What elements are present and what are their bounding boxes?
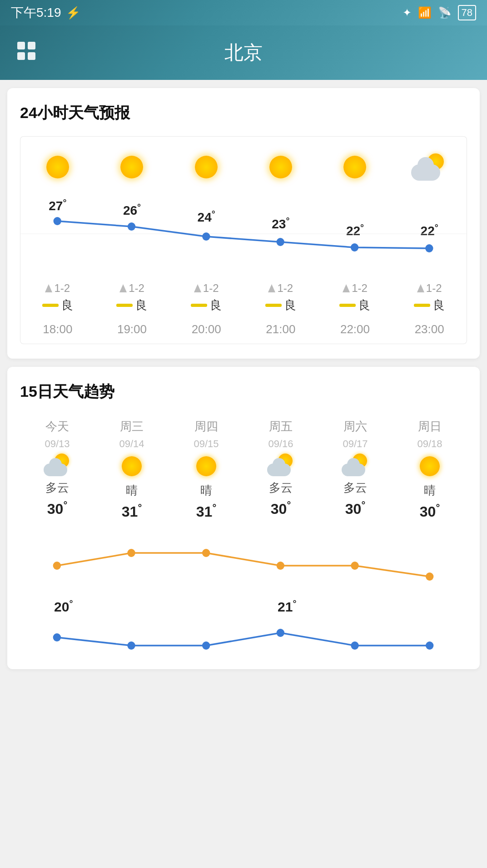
forecast-day-2: 周四 <box>194 419 218 434</box>
svg-point-22 <box>426 641 433 650</box>
time-5: 23:00 <box>392 322 467 336</box>
weather-icon-4 <box>318 146 393 188</box>
wind-2: 1-2 <box>194 282 219 295</box>
forecast-day-4: 周六 <box>343 419 367 434</box>
time-1: 19:00 <box>95 322 169 336</box>
forecast-card: 15日天气趋势 今天 09/13 多云 30° 周三 09/14 <box>7 367 480 669</box>
forecast-icon-1 <box>119 454 144 479</box>
forecast-date-1: 09/14 <box>119 438 144 450</box>
forecast-col-3: 周五 09/16 多云 30° <box>244 415 318 524</box>
time-4: 22:00 <box>318 322 393 336</box>
forecast-icon-0 <box>44 454 71 476</box>
aqi-1: 良 <box>116 297 147 313</box>
svg-point-14 <box>277 562 284 570</box>
forecast-icon-3 <box>267 454 294 476</box>
svg-point-5 <box>53 217 61 225</box>
weather-icon-0 <box>20 146 95 188</box>
bluetooth-icon: ✦ <box>403 6 412 19</box>
aqi-5: 良 <box>414 297 445 313</box>
status-time: 下午5:19 <box>11 4 61 21</box>
status-left: 下午5:19 ⚡ <box>11 4 80 21</box>
city-title: 北京 <box>224 40 263 65</box>
svg-rect-0 <box>17 42 25 49</box>
forecast-desc-0: 多云 <box>45 480 69 496</box>
temp-line-chart <box>20 193 467 275</box>
svg-point-6 <box>128 222 135 231</box>
forecast-icon-5 <box>417 454 442 479</box>
menu-button[interactable] <box>16 41 36 65</box>
info-5: 1-2 良 <box>392 282 467 313</box>
svg-point-19 <box>202 641 210 650</box>
svg-point-9 <box>351 243 358 252</box>
forecast-icon-2 <box>194 454 219 479</box>
time-0: 18:00 <box>20 322 95 336</box>
time-3: 21:00 <box>244 322 318 336</box>
forecast-high-4: 30° <box>345 499 365 518</box>
info-1: 1-2 良 <box>95 282 169 313</box>
hourly-title: 24小时天气预报 <box>20 103 467 123</box>
forecast-high-1: 31° <box>122 502 142 520</box>
forecast-col-1: 周三 09/14 晴 31° <box>94 415 169 524</box>
aqi-0: 良 <box>42 297 73 313</box>
forecast-high-5: 30° <box>420 502 440 520</box>
forecast-day-1: 周三 <box>120 419 144 434</box>
forecast-col-2: 周四 09/15 晴 31° <box>169 415 244 524</box>
forecast-desc-1: 晴 <box>126 483 138 498</box>
info-2: 1-2 良 <box>169 282 244 313</box>
forecast-high-3: 30° <box>271 499 291 518</box>
weather-icon-5 <box>392 146 467 188</box>
main-content: 24小时天气预报 <box>0 88 487 669</box>
battery-icon: 78 <box>458 5 476 20</box>
info-4: 1-2 良 <box>318 282 393 313</box>
svg-rect-3 <box>28 52 35 60</box>
wind-0: 1-2 <box>45 282 70 295</box>
hourly-forecast-card: 24小时天气预报 <box>7 88 480 359</box>
aqi-4: 良 <box>339 297 370 313</box>
weather-icon-3 <box>244 146 318 188</box>
forecast-high-0: 30° <box>47 499 67 518</box>
forecast-grid: 今天 09/13 多云 30° 周三 09/14 晴 31° <box>20 415 467 524</box>
svg-point-17 <box>53 633 61 641</box>
forecast-desc-3: 多云 <box>269 480 293 496</box>
svg-point-8 <box>276 238 284 246</box>
wind-5: 1-2 <box>417 282 442 295</box>
time-row: 18:00 19:00 20:00 21:00 22:00 23:00 <box>20 317 467 344</box>
forecast-date-4: 09/17 <box>343 438 368 450</box>
forecast-day-3: 周五 <box>269 419 293 434</box>
weather-icon-1 <box>95 146 169 188</box>
status-right: ✦ 📶 📡 78 <box>403 5 476 20</box>
weather-icon-2 <box>169 146 244 188</box>
wind-aqi-row: 1-2 良 1-2 良 1-2 <box>20 275 467 317</box>
forecast-day-5: 周日 <box>418 419 442 434</box>
svg-rect-1 <box>28 42 35 49</box>
info-0: 1-2 良 <box>20 282 95 313</box>
flash-icon: ⚡ <box>66 6 80 20</box>
time-2: 20:00 <box>169 322 244 336</box>
aqi-3: 良 <box>265 297 296 313</box>
forecast-day-0: 今天 <box>45 419 69 434</box>
svg-point-16 <box>426 572 433 581</box>
forecast-desc-5: 晴 <box>424 483 436 498</box>
info-3: 1-2 良 <box>244 282 318 313</box>
low-temp-chart <box>20 618 467 655</box>
svg-point-12 <box>127 549 135 557</box>
wind-3: 1-2 <box>268 282 293 295</box>
high-temp-chart <box>20 528 467 601</box>
svg-point-20 <box>277 629 284 637</box>
forecast-date-5: 09/18 <box>417 438 442 450</box>
svg-point-13 <box>202 549 210 557</box>
aqi-2: 良 <box>191 297 222 313</box>
forecast-col-4: 周六 09/17 多云 30° <box>318 415 393 524</box>
svg-point-18 <box>127 641 135 650</box>
forecast-title: 15日天气趋势 <box>20 381 467 402</box>
forecast-date-0: 09/13 <box>45 438 70 450</box>
forecast-date-2: 09/15 <box>194 438 219 450</box>
forecast-high-2: 31° <box>196 502 216 520</box>
weather-icons-row <box>20 136 467 193</box>
signal-icon: 📶 <box>418 6 432 19</box>
low-temp-svg <box>20 618 467 655</box>
app-header: 北京 <box>0 25 487 80</box>
high-temp-svg <box>20 528 467 601</box>
wind-1: 1-2 <box>119 282 144 295</box>
forecast-col-0: 今天 09/13 多云 30° <box>20 415 94 524</box>
